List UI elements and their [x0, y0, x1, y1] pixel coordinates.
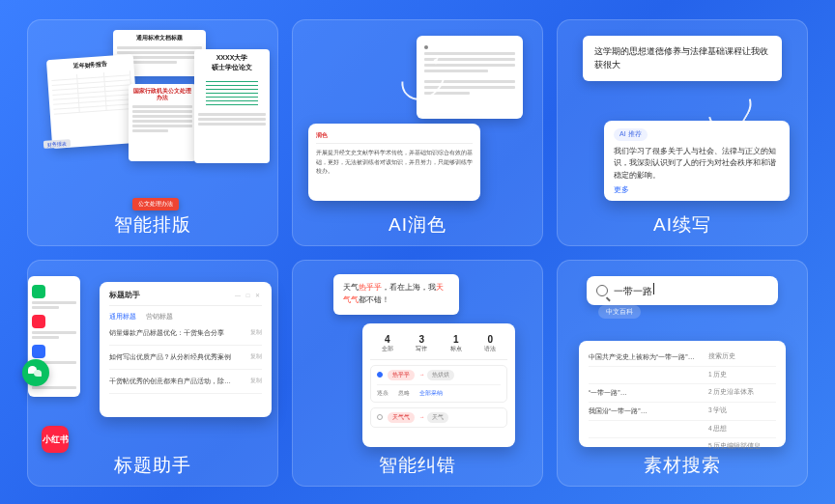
- preview-search: 一带一路 中文百科 中国共产党史上被称为“一带一路”…搜索历史 1 历史 “一带…: [569, 270, 795, 447]
- card-continue[interactable]: 这学期的思想道德修养与法律基础课程让我收获很大 AI 推荐 我们学习了很多关于人…: [557, 19, 808, 246]
- card-title-helper[interactable]: 小红书 标题助手 — □ ✕ 通用标题 营销标题 销量爆款产品标题优化：干货集合…: [27, 260, 278, 487]
- more-link[interactable]: 更多: [614, 184, 629, 196]
- search-icon: [596, 285, 608, 296]
- title-panel-title: 标题助手: [109, 290, 140, 300]
- card-polish[interactable]: 润色 开展提升经文史文献学科学术传统，并基础知识综合有效的基础，更好，无法被训练…: [292, 19, 543, 246]
- card-layout[interactable]: 通用标准文档标题 近年财务报告 财务报表 国家行政机关公文处理办法 XXXX: [27, 19, 278, 246]
- card-label-continue: AI续写: [653, 212, 711, 238]
- polish-result: 润色 开展提升经文史文献学科学术传统，并基础知识综合有效的基础，更好，无法被训练…: [308, 124, 480, 201]
- doc-table: 近年财务报告: [46, 54, 139, 149]
- doc-generic-title: 通用标准文档标题: [117, 34, 202, 42]
- card-search[interactable]: 一带一路 中文百科 中国共产党史上被称为“一带一路”…搜索历史 1 历史 “一带…: [557, 260, 808, 487]
- xiaohongshu-icon: 小红书: [42, 426, 69, 453]
- stats-row: 4全部 3写作 1标点 0语法: [370, 331, 507, 360]
- correction-item[interactable]: 天气气→天气: [370, 407, 507, 428]
- tab-marketing[interactable]: 营销标题: [146, 313, 173, 320]
- copy-button[interactable]: 复制: [250, 352, 262, 361]
- title-suggestion: 销量爆款产品标题优化：干货集合分享复制: [109, 322, 262, 346]
- doc-gov: 国家行政机关公文处理办法: [129, 84, 196, 161]
- preview-continue: 这学期的思想道德修养与法律基础课程让我收获很大 AI 推荐 我们学习了很多关于人…: [569, 30, 795, 207]
- continue-prompt: 这学期的思想道德修养与法律基础课程让我收获很大: [583, 36, 782, 81]
- card-label-polish: AI润色: [389, 212, 446, 238]
- preview-layout: 通用标准文档标题 近年财务报告 财务报表 国家行政机关公文处理办法 XXXX: [40, 30, 266, 207]
- sample-text: 天气热乎乎，看在上海，我天气气都不错！: [333, 274, 459, 315]
- preview-polish: 润色 开展提升经文史文献学科学术传统，并基础知识综合有效的基础，更好，无法被训练…: [304, 30, 531, 207]
- preview-title-helper: 小红书 标题助手 — □ ✕ 通用标题 营销标题 销量爆款产品标题优化：干货集合…: [40, 270, 266, 447]
- preview-correct: 天气热乎乎，看在上海，我天气气都不错！ 4全部 3写作 1标点 0语法 热乎乎→…: [304, 270, 531, 447]
- window-controls-icon[interactable]: — □ ✕: [235, 292, 262, 298]
- title-panel: 标题助手 — □ ✕ 通用标题 营销标题 销量爆款产品标题优化：干货集合分享复制…: [100, 282, 272, 417]
- feature-grid: 通用标准文档标题 近年财务报告 财务报表 国家行政机关公文处理办法 XXXX: [0, 0, 835, 504]
- title-suggestion: 干货帖优秀的创意都来自产品活动，除…复制: [109, 370, 262, 394]
- result-row[interactable]: 我国沿“一带一路”…3 学说: [589, 403, 776, 421]
- wechat-icon: [22, 359, 49, 386]
- card-correct[interactable]: 天气热乎乎，看在上海，我天气气都不错！ 4全部 3写作 1标点 0语法 热乎乎→…: [292, 260, 543, 487]
- correction-panel: 4全部 3写作 1标点 0语法 热乎乎→热烘烘 逐条忽略全部采纳 天气气→天气: [362, 323, 515, 447]
- polish-tab: 润色: [316, 131, 473, 144]
- result-row[interactable]: 1 历史: [589, 367, 776, 384]
- doc-gov-title: 国家行政机关公文处理办法: [132, 88, 192, 101]
- result-row[interactable]: 中国共产党史上被称为“一带一路”…搜索历史: [589, 349, 776, 367]
- search-input[interactable]: 一带一路: [587, 276, 778, 305]
- correction-item[interactable]: 热乎乎→热烘烘 逐条忽略全部采纳: [370, 365, 507, 403]
- continue-body: 我们学习了很多关于人与社会、法律与正义的知识，我深刻认识到了人的行为对社会秩序和…: [614, 146, 780, 182]
- doc-table-title: 近年财务报告: [50, 58, 130, 72]
- card-label-search: 素材搜索: [644, 453, 721, 478]
- continue-result: AI 推荐 我们学习了很多关于人与社会、法律与正义的知识，我深刻认识到了人的行为…: [604, 121, 790, 201]
- result-row[interactable]: 5 历史编辑部信息: [589, 438, 776, 455]
- copy-button[interactable]: 复制: [250, 328, 262, 337]
- result-row[interactable]: “一带一路”…2 历史沿革体系: [589, 384, 776, 403]
- card-label-title: 标题助手: [114, 453, 191, 478]
- card-label-correct: 智能纠错: [379, 453, 456, 478]
- title-suggestion: 如何写出优质产品？从分析经典优秀案例复制: [109, 346, 262, 370]
- doc-thesis-title: XXXX大学 硕士学位论文: [198, 53, 266, 72]
- card-label-layout: 智能排版: [114, 212, 191, 238]
- red-label: 公文处理办法: [132, 198, 179, 210]
- copy-button[interactable]: 复制: [250, 377, 262, 385]
- polish-body: 开展提升经文史文献学科学术传统，并基础知识综合有效的基础，更好，无法被训练者对该…: [316, 149, 473, 177]
- result-row[interactable]: 4 思想: [589, 421, 776, 438]
- doc-thesis: XXXX大学 硕士学位论文: [194, 49, 270, 163]
- search-results: 中国共产党史上被称为“一带一路”…搜索历史 1 历史 “一带一路”…2 历史沿革…: [579, 341, 786, 447]
- ai-badge: AI 推荐: [614, 128, 648, 141]
- tab-general[interactable]: 通用标题: [109, 313, 136, 320]
- search-hint: 中文百科: [598, 305, 641, 319]
